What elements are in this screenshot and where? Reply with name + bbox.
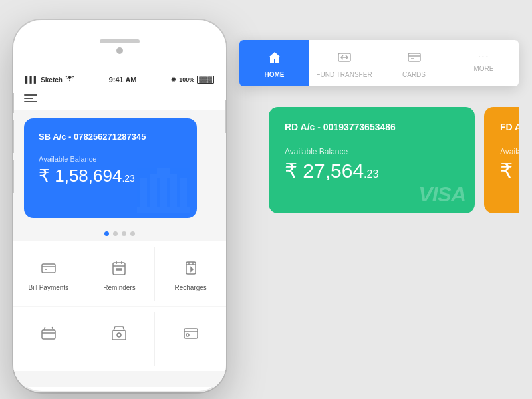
nav-fund-transfer-label: FUND TRANSFER <box>316 71 372 78</box>
fd-account-number: FD A/c - 00 <box>500 122 519 132</box>
bluetooth-icon: ✹ <box>171 76 176 83</box>
rd-balance-label: Available Balance <box>285 147 459 156</box>
battery-icon: ▓▓▓ <box>197 76 214 84</box>
quick-actions: Bill Payments Reminders <box>13 241 226 306</box>
desktop-card-rd[interactable]: VISA RD A/c - 00193773653486 Available B… <box>269 107 475 213</box>
action4[interactable]: a <box>13 312 84 366</box>
bill-payments-icon <box>37 256 61 280</box>
action6-icon <box>179 321 203 345</box>
more-icon: ··· <box>478 51 490 61</box>
reminders-label: Reminders <box>103 284 135 291</box>
desktop-cards: VISA RD A/c - 00193773653486 Available B… <box>13 96 519 224</box>
svg-rect-11 <box>42 330 55 339</box>
quick-actions-2: a a <box>13 307 226 371</box>
svg-rect-12 <box>112 331 126 340</box>
svg-point-13 <box>117 333 121 337</box>
cards-nav-icon <box>407 51 422 67</box>
signal-bars: ▌▌▌ <box>25 76 38 83</box>
carousel-dots <box>13 231 226 236</box>
dot-4[interactable] <box>130 231 135 236</box>
recharges-icon <box>179 256 203 280</box>
battery-percent: 100% <box>179 76 194 83</box>
visa-watermark: VISA <box>418 182 466 207</box>
hamburger-line-1 <box>24 94 37 96</box>
bill-payments-label: Bill Payments <box>29 284 69 291</box>
fd-balance-label: Available Bal... <box>500 147 519 156</box>
phone-speaker <box>100 39 140 43</box>
nav-more[interactable]: ··· MORE <box>449 40 519 86</box>
carrier-name: Sketch <box>41 76 63 84</box>
desktop-card-fd[interactable]: FD A/c - 00 Available Bal... ₹ 1,2... <box>484 107 519 213</box>
action4-icon <box>37 321 61 345</box>
action5-icon <box>107 321 131 345</box>
status-time: 9:41 AM <box>109 76 137 84</box>
phone-camera <box>116 47 123 54</box>
fund-transfer-icon <box>337 51 352 67</box>
desktop-nav: HOME FUND TRANSFER CARDS ··· MORE <box>239 40 519 86</box>
svg-rect-8 <box>42 264 55 273</box>
svg-rect-17 <box>408 53 420 61</box>
status-right: ✹ 100% ▓▓▓ <box>171 76 214 84</box>
bill-payments-action[interactable]: Bill Payments <box>13 247 84 301</box>
wifi-icon <box>65 76 74 84</box>
dot-3[interactable] <box>122 231 126 236</box>
action6[interactable]: a <box>155 312 226 366</box>
nav-cards[interactable]: CARDS <box>379 40 449 86</box>
status-left: ▌▌▌ Sketch <box>25 76 74 84</box>
status-bar: ▌▌▌ Sketch 9:41 AM ✹ 100% ▓▓▓ <box>13 73 226 86</box>
rd-balance: ₹ 27,564.23 <box>285 159 459 182</box>
home-icon <box>267 51 282 67</box>
nav-home[interactable]: HOME <box>239 40 309 86</box>
action5[interactable]: a <box>84 312 156 366</box>
recharges-label: Recharges <box>174 284 206 291</box>
nav-cards-label: CARDS <box>402 71 426 78</box>
fd-balance: ₹ 1,2... <box>500 159 519 182</box>
svg-rect-14 <box>184 329 198 338</box>
nav-home-label: HOME <box>265 71 285 78</box>
recharges-action[interactable]: Recharges <box>155 247 226 301</box>
reminders-icon <box>107 256 131 280</box>
reminders-action[interactable]: Reminders <box>84 247 156 301</box>
dot-2[interactable] <box>113 231 118 236</box>
dot-1[interactable] <box>104 231 109 236</box>
nav-more-label: MORE <box>474 65 494 72</box>
nav-fund-transfer[interactable]: FUND TRANSFER <box>309 40 379 86</box>
svg-point-15 <box>186 334 189 336</box>
rd-account-number: RD A/c - 00193773653486 <box>285 122 459 132</box>
phone-notch <box>13 20 226 73</box>
